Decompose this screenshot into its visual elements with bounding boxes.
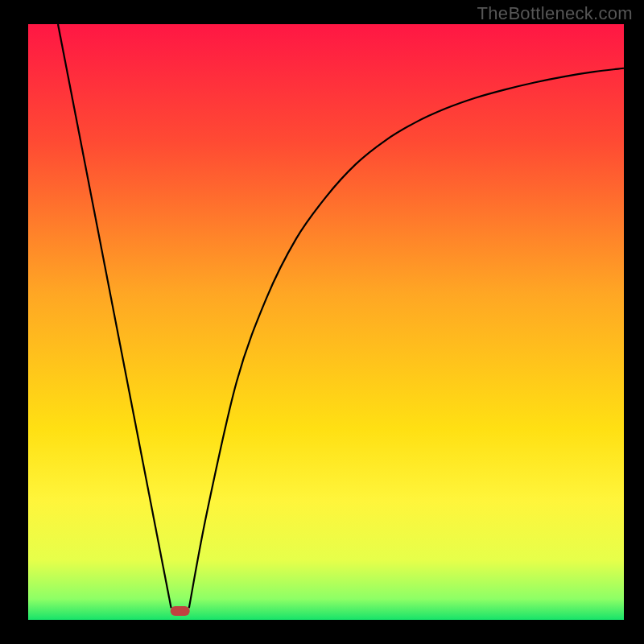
chart-frame: TheBottleneck.com — [0, 0, 644, 644]
optimal-point-marker — [171, 606, 190, 616]
bottleneck-chart — [0, 0, 644, 644]
gradient-plot-area — [28, 24, 624, 620]
